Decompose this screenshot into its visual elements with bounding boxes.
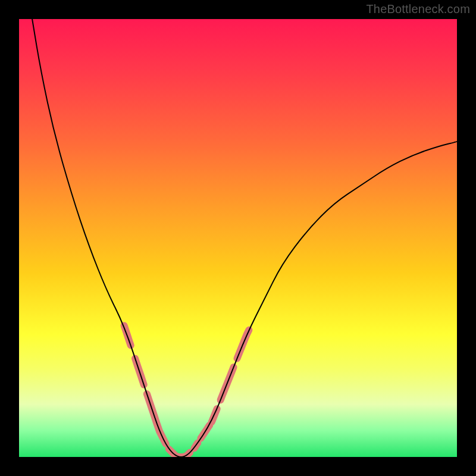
- plot-area: [19, 19, 457, 457]
- chart-frame: TheBottleneck.com: [0, 0, 476, 476]
- watermark-text: TheBottleneck.com: [366, 2, 470, 16]
- highlight-segments: [124, 325, 249, 457]
- bottleneck-curve: [32, 19, 457, 457]
- curve-overlay: [19, 19, 457, 457]
